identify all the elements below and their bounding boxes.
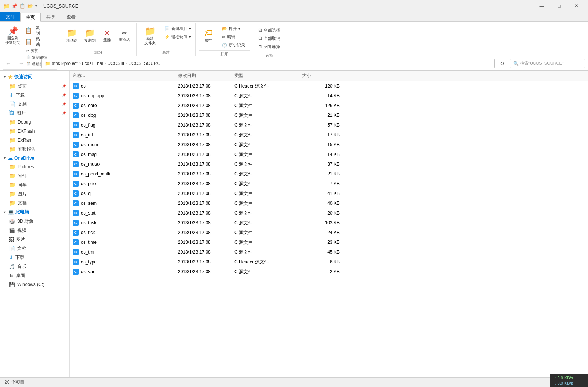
sidebar-item-docs-od[interactable]: 📁 文档 bbox=[0, 198, 69, 207]
organize-group-label: 组织 bbox=[63, 49, 133, 56]
quick-folder-icon[interactable]: 📂 bbox=[27, 3, 33, 9]
tab-home[interactable]: 主页 bbox=[20, 13, 41, 22]
new-item-button[interactable]: 📄 新建项目 ▾ bbox=[162, 25, 192, 32]
copy-button[interactable]: 📋 复制 bbox=[24, 25, 42, 36]
file-size: 120 KB bbox=[302, 83, 340, 89]
path-segment-1[interactable]: stm32project bbox=[52, 61, 78, 66]
table-row[interactable]: C os_task 2013/1/23 17:08 C 源文件 103 KB bbox=[70, 218, 588, 228]
sidebar-item-attachment[interactable]: 📁 附件 bbox=[0, 171, 69, 180]
file-type: C Header 源文件 bbox=[234, 259, 302, 265]
sidebar-item-debug[interactable]: 📁 Debug bbox=[0, 118, 69, 127]
table-row[interactable]: C os_tick 2013/1/23 17:08 C 源文件 24 KB bbox=[70, 228, 588, 237]
sidebar-item-videos[interactable]: 🎬 视频 bbox=[0, 226, 69, 235]
tab-view[interactable]: 查看 bbox=[61, 12, 81, 21]
table-row[interactable]: C os_core 2013/1/23 17:08 C 源文件 126 KB bbox=[70, 101, 588, 110]
chevron-3: › bbox=[126, 61, 127, 65]
table-row[interactable]: C os_mem 2013/1/23 17:08 C 源文件 15 KB bbox=[70, 140, 588, 150]
refresh-button[interactable]: ↻ bbox=[497, 58, 507, 69]
c-file-icon: C bbox=[73, 269, 79, 275]
file-list-header: 名称 ▲ 修改日期 类型 大小 bbox=[70, 71, 588, 81]
sidebar-item-downloads-pc[interactable]: ⬇ 下载 bbox=[0, 253, 69, 262]
file-type: C 源文件 bbox=[234, 151, 302, 158]
pin-quick-access-button[interactable]: 📌 固定到快速访问 bbox=[3, 25, 23, 47]
table-row[interactable]: C os_pend_multi 2013/1/23 17:08 C 源文件 21… bbox=[70, 169, 588, 179]
table-row[interactable]: C os_var 2013/1/23 17:08 C 源文件 2 KB bbox=[70, 267, 588, 277]
tab-share[interactable]: 共享 bbox=[41, 12, 61, 21]
table-row[interactable]: C os_stat 2013/1/23 17:08 C 源文件 20 KB bbox=[70, 208, 588, 218]
move-to-button[interactable]: 📁 移动到 bbox=[63, 25, 81, 47]
close-button[interactable]: ✕ bbox=[568, 0, 585, 12]
rename-button[interactable]: ✏ 重命名 bbox=[116, 25, 133, 47]
table-row[interactable]: C os_prio 2013/1/23 17:08 C 源文件 7 KB bbox=[70, 179, 588, 189]
minimize-button[interactable]: — bbox=[533, 0, 550, 12]
sidebar-item-downloads[interactable]: ⬇ 下载 📌 bbox=[0, 91, 69, 100]
paste-button[interactable]: 📋 粘贴 bbox=[24, 36, 42, 47]
c-file-icon: C bbox=[73, 103, 79, 109]
sidebar-section-quickaccess[interactable]: ▼ ★ 快速访问 bbox=[0, 72, 69, 82]
cut-button[interactable]: ✂ 剪切 bbox=[24, 47, 57, 54]
table-row[interactable]: C os_tmr 2013/1/23 17:08 C 源文件 45 KB bbox=[70, 247, 588, 257]
table-row[interactable]: C os_flag 2013/1/23 17:08 C 源文件 57 KB bbox=[70, 120, 588, 130]
path-segment-2[interactable]: ucosiii_hal bbox=[82, 61, 103, 66]
quick-pin-icon[interactable]: 📌 bbox=[12, 3, 17, 9]
sidebar-item-pictures-od[interactable]: 📁 Pictures bbox=[0, 162, 69, 171]
up-button[interactable]: ↑ bbox=[29, 58, 39, 69]
c-file-icon: C bbox=[73, 239, 79, 245]
search-box[interactable]: 🔍 搜索"UCOS_SOURCE" bbox=[510, 59, 585, 68]
table-row[interactable]: C os_time 2013/1/23 17:08 C 源文件 23 KB bbox=[70, 237, 588, 247]
table-row[interactable]: C os_int 2013/1/23 17:08 C 源文件 17 KB bbox=[70, 130, 588, 140]
invert-select-button[interactable]: ⊞ 反向选择 bbox=[256, 43, 283, 50]
copy-to-button[interactable]: 📁 复制到 bbox=[81, 25, 99, 47]
sidebar-section-thispc[interactable]: ▼ 💻 此电脑 bbox=[0, 207, 69, 217]
table-row[interactable]: C os_q 2013/1/23 17:08 C 源文件 41 KB bbox=[70, 189, 588, 198]
sidebar-item-exflash[interactable]: 📁 EXFlash bbox=[0, 127, 69, 136]
sidebar-item-lab-report[interactable]: 📁 实验报告 bbox=[0, 145, 69, 154]
tab-file[interactable]: 文件 bbox=[0, 12, 20, 21]
col-header-type[interactable]: 类型 bbox=[234, 73, 302, 79]
sidebar-item-music[interactable]: 🎵 音乐 bbox=[0, 262, 69, 271]
table-row[interactable]: C os_cfg_app 2013/1/23 17:08 C 源文件 14 KB bbox=[70, 91, 588, 101]
sidebar-section-onedrive[interactable]: ▼ ☁ OneDrive bbox=[0, 154, 69, 162]
select-all-button[interactable]: ☑ 全部选择 bbox=[256, 26, 283, 34]
properties-button[interactable]: 🏷 属性 bbox=[199, 25, 218, 47]
table-row[interactable]: C os_sem 2013/1/23 17:08 C 源文件 40 KB bbox=[70, 198, 588, 208]
col-header-date[interactable]: 修改日期 bbox=[178, 73, 234, 79]
maximize-button[interactable]: □ bbox=[550, 0, 568, 12]
back-button[interactable]: ← bbox=[3, 58, 14, 69]
col-header-size[interactable]: 大小 bbox=[302, 73, 340, 79]
sidebar-item-classmates[interactable]: 📁 同学 bbox=[0, 180, 69, 189]
file-name: os_var bbox=[81, 269, 94, 274]
table-row[interactable]: C os_dbg 2013/1/23 17:08 C 源文件 21 KB bbox=[70, 110, 588, 120]
quick-access-arrow[interactable]: ▾ bbox=[35, 4, 37, 8]
sidebar-item-docs-pc[interactable]: 📄 文档 bbox=[0, 244, 69, 253]
forward-button[interactable]: → bbox=[16, 58, 26, 69]
new-folder-button[interactable]: 📁 新建文件夹 bbox=[140, 25, 161, 47]
sidebar-item-exram[interactable]: 📁 ExRam bbox=[0, 136, 69, 145]
address-path[interactable]: 📁 stm32project › ucosiii_hal › UCOSIII ›… bbox=[41, 59, 495, 68]
sidebar-item-documents[interactable]: 📄 文档 📌 bbox=[0, 100, 69, 109]
table-row[interactable]: C os_type 2013/1/23 17:08 C Header 源文件 6… bbox=[70, 257, 588, 267]
open-group-label: 打开 bbox=[199, 50, 250, 58]
sidebar-item-windows-c[interactable]: 💾 Windows (C:) bbox=[0, 280, 69, 289]
sidebar-item-desktop-pc[interactable]: 🖥 桌面 bbox=[0, 271, 69, 280]
sidebar-item-pictures[interactable]: 🖼 图片 📌 bbox=[0, 109, 69, 118]
path-segment-3[interactable]: UCOSIII bbox=[107, 61, 124, 66]
quick-copy-icon[interactable]: 📋 bbox=[20, 3, 25, 9]
sidebar-item-desktop[interactable]: 📁 桌面 📌 bbox=[0, 82, 69, 91]
select-none-button[interactable]: ☐ 全部取消 bbox=[256, 35, 283, 42]
col-header-name[interactable]: 名称 ▲ bbox=[73, 73, 178, 79]
delete-button[interactable]: ✕ 删除 bbox=[99, 25, 115, 47]
table-row[interactable]: C os_mutex 2013/1/23 17:08 C 源文件 37 KB bbox=[70, 159, 588, 169]
history-button[interactable]: 🕒 历史记录 bbox=[220, 41, 250, 49]
easy-access-button[interactable]: ⚡ 轻松访问 ▾ bbox=[162, 33, 192, 41]
edit-button[interactable]: ✏ 编辑 bbox=[220, 33, 250, 41]
open-button[interactable]: 📂 打开 ▾ bbox=[220, 25, 250, 32]
path-segment-4[interactable]: UCOS_SOURCE bbox=[128, 61, 163, 66]
3dobjects-label: 3D 对象 bbox=[17, 218, 33, 225]
sidebar-item-3dobjects[interactable]: 🎲 3D 对象 bbox=[0, 217, 69, 226]
table-row[interactable]: C os_msg 2013/1/23 17:08 C 源文件 14 KB bbox=[70, 150, 588, 159]
sidebar-item-images-od[interactable]: 📁 图片 bbox=[0, 189, 69, 198]
file-size: 20 KB bbox=[302, 210, 340, 216]
sidebar-item-images-pc[interactable]: 🖼 图片 bbox=[0, 235, 69, 244]
table-row[interactable]: C os 2013/1/23 17:08 C Header 源文件 120 KB bbox=[70, 81, 588, 91]
